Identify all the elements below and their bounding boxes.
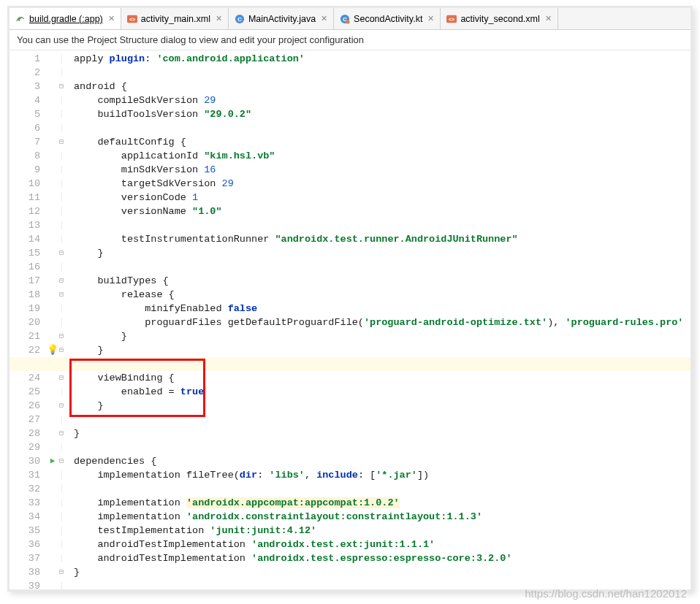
svg-point-6 [346, 20, 349, 23]
intention-bulb-icon[interactable]: 💡 [47, 343, 58, 357]
tab-label: activity_main.xml [141, 14, 210, 24]
tab-activity_main-xml[interactable]: <>activity_main.xml✕ [121, 8, 229, 29]
gradle-icon [15, 14, 26, 24]
close-icon[interactable]: ✕ [544, 14, 552, 23]
code-line[interactable]: android { [74, 80, 691, 93]
close-icon[interactable]: ✕ [319, 14, 327, 23]
run-gutter-icon[interactable]: ▶ [50, 454, 56, 468]
xml-icon: <> [127, 14, 137, 24]
line-number: 31 [9, 468, 40, 482]
code-line[interactable]: implementation 'androidx.appcompat:appco… [74, 496, 691, 510]
fold-close-icon[interactable]: ⊟ [59, 427, 64, 440]
code-line[interactable]: targetSdkVersion 29 [74, 177, 691, 191]
line-number: 38 [9, 565, 40, 579]
fold-open-icon[interactable]: ⊟ [59, 80, 64, 93]
code-line[interactable]: } [74, 427, 691, 440]
code-line[interactable]: versionCode 1 [74, 191, 691, 204]
close-icon[interactable]: ✕ [426, 14, 434, 23]
code-line[interactable]: dependencies { [74, 454, 691, 468]
code-editor[interactable]: 1234567891011121314151617181920212223242… [9, 50, 691, 591]
fold-open-icon[interactable]: ⊟ [59, 454, 64, 468]
fold-close-icon[interactable]: ⊟ [59, 343, 64, 357]
fold-close-icon[interactable]: ⊟ [59, 329, 64, 343]
code-line[interactable]: buildTypes { [74, 274, 691, 288]
code-line[interactable] [74, 121, 691, 135]
project-structure-banner[interactable]: You can use the Project Structure dialog… [9, 30, 691, 50]
code-line[interactable] [74, 66, 691, 80]
line-number: 11 [9, 191, 40, 204]
svg-text:C: C [237, 16, 242, 23]
watermark-text: https://blog.csdn.net/han1202012 [525, 587, 687, 600]
line-number: 8 [9, 149, 40, 163]
code-line[interactable]: } [74, 343, 691, 357]
line-number: 19 [9, 302, 40, 316]
line-number: 28 [9, 427, 40, 440]
tab-activity_second-xml[interactable]: <>activity_second.xml✕ [441, 8, 558, 29]
line-number: 13 [9, 218, 40, 232]
fold-close-icon[interactable]: ⊟ [59, 565, 64, 579]
tab-mainactivity-java[interactable]: CMainActivity.java✕ [229, 8, 334, 29]
line-number: 26 [9, 399, 40, 413]
code-line[interactable]: minSdkVersion 16 [74, 163, 691, 177]
line-number: 16 [9, 260, 40, 274]
code-line[interactable]: compileSdkVersion 29 [74, 93, 691, 107]
fold-close-icon[interactable]: ⊟ [59, 246, 64, 260]
line-number: 18 [9, 288, 40, 302]
fold-open-icon[interactable]: ⊟ [59, 135, 64, 149]
line-number: 36 [9, 538, 40, 551]
code-area[interactable]: apply plugin: 'com.android.application' … [71, 50, 691, 591]
code-line[interactable]: implementation fileTree(dir: 'libs', inc… [74, 468, 691, 482]
code-line[interactable]: implementation 'androidx.constraintlayou… [74, 510, 691, 524]
code-line[interactable]: } [74, 329, 691, 343]
code-line[interactable]: androidTestImplementation 'androidx.test… [74, 538, 691, 551]
code-line[interactable] [74, 218, 691, 232]
code-line[interactable] [74, 260, 691, 274]
line-number: 27 [9, 413, 40, 427]
line-number: 37 [9, 551, 40, 565]
line-number: 32 [9, 482, 40, 496]
java-icon: C [235, 14, 245, 24]
gutter-icon-column: 💡▶ [46, 50, 59, 591]
line-number: 35 [9, 524, 40, 538]
tab-build-gradle-app-[interactable]: build.gradle (:app)✕ [9, 8, 121, 29]
fold-column: ││⊟│││⊟│││││││⊟│⊟⊟││⊟⊟│⊟│⊟│⊟│⊟│││││││⊟│ [59, 50, 71, 591]
code-line[interactable]: minifyEnabled false [74, 302, 691, 316]
tab-label: build.gradle (:app) [29, 14, 103, 24]
fold-open-icon[interactable]: ⊟ [59, 371, 64, 385]
code-line[interactable]: applicationId "kim.hsl.vb" [74, 149, 691, 163]
fold-open-icon[interactable]: ⊟ [59, 288, 64, 302]
tab-bar: build.gradle (:app)✕<>activity_main.xml✕… [9, 8, 691, 30]
line-number: 7 [9, 135, 40, 149]
line-number: 25 [9, 385, 40, 399]
code-line[interactable]: buildToolsVersion "29.0.2" [74, 107, 691, 121]
code-line[interactable]: versionName "1.0" [74, 204, 691, 218]
fold-open-icon[interactable]: ⊟ [59, 274, 64, 288]
code-line[interactable]: testImplementation 'junit:junit:4.12' [74, 524, 691, 538]
highlight-annotation-box [69, 359, 205, 417]
svg-text:<>: <> [129, 16, 135, 21]
fold-close-icon[interactable]: ⊟ [59, 399, 64, 413]
editor-window: build.gradle (:app)✕<>activity_main.xml✕… [7, 6, 693, 592]
code-line[interactable]: defaultConfig { [74, 135, 691, 149]
line-number: 9 [9, 163, 40, 177]
code-line[interactable]: apply plugin: 'com.android.application' [74, 52, 691, 66]
code-line[interactable]: } [74, 565, 691, 579]
code-line[interactable]: testInstrumentationRunner "androidx.test… [74, 232, 691, 246]
code-line[interactable]: } [74, 246, 691, 260]
code-line[interactable] [74, 440, 691, 454]
line-number: 30 [9, 454, 40, 468]
close-icon[interactable]: ✕ [107, 14, 115, 23]
line-number: 1 [9, 52, 40, 66]
code-line[interactable]: androidTestImplementation 'androidx.test… [74, 551, 691, 565]
line-number: 5 [9, 107, 40, 121]
tab-secondactivity-kt[interactable]: CSecondActivity.kt✕ [334, 8, 441, 29]
close-icon[interactable]: ✕ [214, 14, 222, 23]
code-line[interactable]: proguardFiles getDefaultProguardFile('pr… [74, 316, 691, 329]
tab-label: activity_second.xml [460, 14, 539, 24]
code-line[interactable] [74, 482, 691, 496]
code-line[interactable]: release { [74, 288, 691, 302]
line-number: 4 [9, 93, 40, 107]
line-number-gutter: 1234567891011121314151617181920212223242… [9, 50, 46, 591]
line-number: 34 [9, 510, 40, 524]
line-number: 17 [9, 274, 40, 288]
